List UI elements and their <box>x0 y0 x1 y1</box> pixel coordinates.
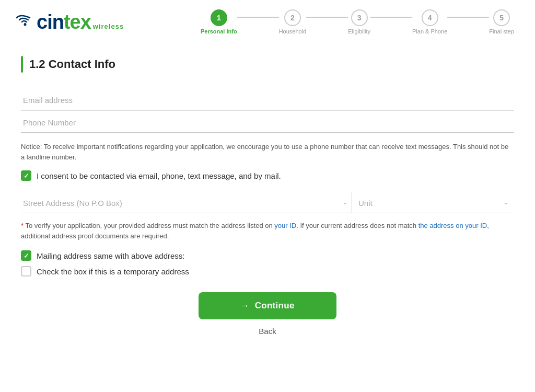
logo-text: cintex wireless <box>37 12 124 32</box>
unit-chevron-icon: ⌄ <box>504 199 509 206</box>
step-label-5: Final step <box>489 28 514 34</box>
phone-input[interactable] <box>21 111 514 133</box>
mailing-checkmark: ✓ <box>24 252 29 260</box>
phone-divider <box>21 133 514 133</box>
step-1[interactable]: 1 Personal Info <box>201 9 237 34</box>
step-5[interactable]: 5 Final step <box>489 9 514 34</box>
step-label-1: Personal Info <box>201 28 237 34</box>
consent-checkmark: ✓ <box>24 172 29 180</box>
section-title: 1.2 Contact Info <box>21 56 514 73</box>
step-4[interactable]: 4 Plan & Phone <box>412 9 447 34</box>
step-connector-3-4 <box>370 17 412 18</box>
page-title: 1.2 Contact Info <box>29 57 115 71</box>
temporary-label: Check the box if this is a temporary add… <box>37 267 189 276</box>
step-circle-3: 3 <box>351 9 368 26</box>
address-chevron-icon: ⌄ <box>342 199 347 206</box>
phone-notice: Notice: To receive important notificatio… <box>21 142 514 162</box>
logo-wireless: wireless <box>93 23 124 30</box>
step-circle-2: 2 <box>284 9 301 26</box>
stepper: 1 Personal Info 2 Household 3 Eligibilit… <box>201 9 514 34</box>
logo-cin: cin <box>37 12 64 32</box>
step-2[interactable]: 2 Household <box>279 9 307 34</box>
title-bar <box>21 56 23 73</box>
mailing-checkbox-row[interactable]: ✓ Mailing address same with above addres… <box>21 250 514 261</box>
step-connector-1-2 <box>237 17 279 18</box>
continue-button[interactable]: → Continue <box>199 292 336 319</box>
address-warning: * To verify your application, your provi… <box>21 221 514 241</box>
temporary-checkbox[interactable]: ✓ <box>21 266 31 276</box>
consent-label: I consent to be contacted via email, pho… <box>37 171 281 180</box>
step-circle-1: 1 <box>211 9 227 26</box>
address-warning-text: To verify your application, your provide… <box>21 222 489 240</box>
address-row: Street Address (No P.O Box) ⌄ Unit ⌄ <box>21 191 514 213</box>
step-label-4: Plan & Phone <box>412 28 447 34</box>
street-address-select[interactable]: Street Address (No P.O Box) <box>21 191 342 213</box>
continue-label: Continue <box>255 301 295 311</box>
unit-field-wrap: Unit ⌄ <box>352 191 514 213</box>
button-area: → Continue Back <box>21 292 514 336</box>
logo-tex: tex <box>64 12 91 32</box>
consent-checkbox[interactable]: ✓ <box>21 170 31 181</box>
email-field-group <box>21 88 514 110</box>
continue-arrow-icon: → <box>240 301 249 311</box>
mailing-checkbox[interactable]: ✓ <box>21 250 31 261</box>
mailing-label: Mailing address same with above address: <box>37 251 184 260</box>
phone-field-group <box>21 111 514 133</box>
logo: cintex wireless <box>16 12 124 32</box>
temporary-checkbox-row[interactable]: ✓ Check the box if this is a temporary a… <box>21 266 514 276</box>
consent-checkbox-row[interactable]: ✓ I consent to be contacted via email, p… <box>21 170 514 181</box>
header: cintex wireless 1 Personal Info 2 Househ… <box>0 0 535 40</box>
wifi-icon <box>16 13 34 27</box>
step-3[interactable]: 3 Eligibility <box>348 9 370 34</box>
step-circle-4: 4 <box>422 9 438 26</box>
step-label-2: Household <box>279 28 307 34</box>
svg-point-0 <box>24 24 27 26</box>
step-circle-5: 5 <box>493 9 510 26</box>
back-button[interactable]: Back <box>259 327 276 336</box>
step-connector-2-3 <box>306 17 348 18</box>
main-content: 1.2 Contact Info Notice: To receive impo… <box>0 40 535 346</box>
unit-select[interactable]: Unit <box>352 191 504 213</box>
step-connector-4-5 <box>447 17 489 18</box>
step-label-3: Eligibility <box>348 28 370 34</box>
email-input[interactable] <box>21 88 514 110</box>
street-address-wrap: Street Address (No P.O Box) ⌄ <box>21 191 352 213</box>
